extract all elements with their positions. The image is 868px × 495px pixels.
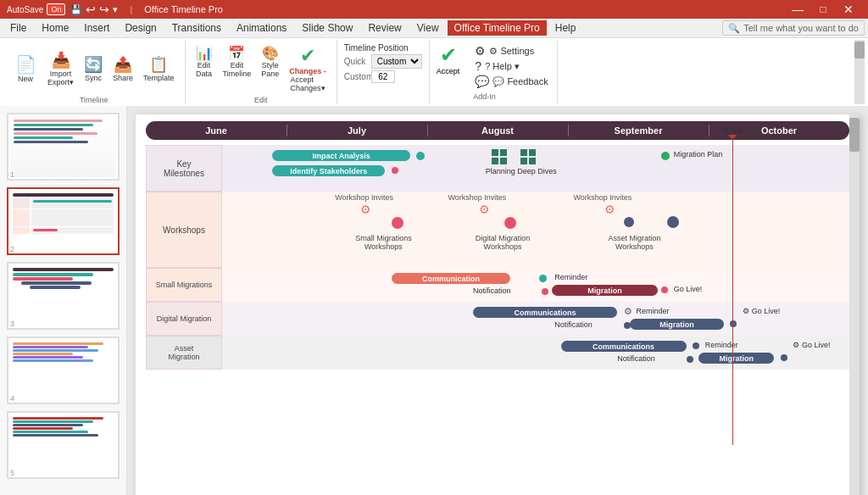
quick-select[interactable]: Custom [371,54,422,69]
search-placeholder: Tell me what you want to do [743,23,859,33]
impact-dot [416,152,425,160]
feedback-button[interactable]: 💬 💬 Feedback [473,74,549,89]
settings-button[interactable]: ⚙ ⚙ Settings [473,43,549,58]
content-area: Today June July August September October [127,106,868,495]
communications-bar-1[interactable]: Communications [473,307,617,318]
menu-file[interactable]: File [3,20,33,36]
undo-icon[interactable]: ↩ [86,3,96,16]
communications-bar-2[interactable]: Communications [561,341,687,352]
workshops-content: Workshop Invites Workshop Invites Worksh… [222,192,849,268]
row-small-migrations: Small Migrations Communication Reminder … [146,268,849,302]
small-migrations-content: Communication Reminder Notification Migr… [222,268,849,302]
slide-thumb-1[interactable] [7,113,120,181]
addin-group-label: Add-In [473,92,549,101]
share-button[interactable]: 📤 Share [109,53,136,84]
save-icon[interactable]: 💾 [70,4,82,15]
ribbon-scrollbar[interactable] [854,40,865,104]
slide-4-number: 4 [10,394,14,403]
golive-label-1: Go Live! [674,285,703,293]
asset-migration-content: Communications Reminder Notification Mig… [222,336,849,370]
customize-icon[interactable]: ▾ [113,4,118,15]
slide-thumb-5[interactable] [7,411,120,479]
notification-label-1: Notification [473,286,511,295]
today-indicator: Today [722,126,743,445]
square-group-2 [520,149,536,164]
reminder-gear-1: ⚙ [624,306,632,317]
menu-slideshow[interactable]: Slide Show [295,20,359,36]
new-button[interactable]: 📄 New [10,53,41,85]
slide-thumb-2[interactable] [7,187,120,255]
sync-button[interactable]: 🔄 Sync [81,53,106,84]
planning-deep-dives-label: Planning Deep Dives [486,167,557,175]
timeline-rows: KeyMilestones Impact Analysis [146,145,849,370]
scrollbar-thumb[interactable] [849,118,860,152]
gear-icon-2: ⚙ [479,203,490,216]
month-june: June [146,121,287,140]
workshop-invites-3: Workshop Invites [573,193,632,202]
template-button[interactable]: 📋 Template [140,53,178,84]
slide-thumb-3[interactable] [7,262,120,330]
stakeholders-dot [392,167,398,174]
month-bar: June July August September October [146,121,849,140]
month-july: July [287,121,427,140]
menu-review[interactable]: Review [361,20,408,36]
quick-access-toolbar: 💾 ↩ ↪ ▾ [70,3,118,16]
close-button[interactable]: ✕ [836,0,861,19]
menu-animations[interactable]: Animations [230,20,293,36]
slide-5-preview [10,414,116,476]
import-export-button[interactable]: 📥 ImportExport▾ [44,49,77,88]
share-icon: 📤 [114,55,132,74]
gear-icon-1: ⚙ [360,203,371,216]
ribbon: 📄 New 📥 ImportExport▾ 🔄 Sync 📤 Share 📋 T… [0,38,868,106]
timeline-position-title: Timeline Position [344,43,422,53]
reminder-label-1: Reminder [554,273,587,281]
key-milestones-content: Impact Analysis [222,145,849,192]
sync-icon: 🔄 [84,55,103,74]
menu-bar: File Home Insert Design Transitions Anim… [0,19,868,38]
workshop-invites-2: Workshop Invites [448,193,506,202]
menu-home[interactable]: Home [35,20,75,36]
accept-label: Accept [437,67,460,75]
edit-timeline-icon: 📅 [228,45,245,61]
accept-button[interactable]: ✔ Accept [430,40,467,104]
vertical-scrollbar[interactable] [849,114,860,495]
maximize-button[interactable]: □ [810,0,836,19]
search-box[interactable]: 🔍 Tell me what you want to do [722,20,865,36]
row-key-milestones: KeyMilestones Impact Analysis [146,145,849,192]
slide-thumb-4[interactable] [7,336,120,404]
menu-insert[interactable]: Insert [77,20,116,36]
identify-stakeholders-bar[interactable]: Identify Stakeholders [272,165,385,176]
search-icon: 🔍 [728,23,740,34]
impact-analysis-bar[interactable]: Impact Analysis [272,150,410,161]
custom-label: Custom [344,72,368,81]
settings-icon: ⚙ [475,44,486,58]
menu-transitions[interactable]: Transitions [165,20,228,36]
help-button[interactable]: ? ? Help ▾ [473,58,549,74]
key-milestones-label: KeyMilestones [146,145,222,192]
menu-design[interactable]: Design [118,20,163,36]
minimize-button[interactable]: — [785,0,810,19]
slide-4-preview [10,340,116,401]
migration-bar-1[interactable]: Migration [552,285,659,296]
style-pane-button[interactable]: 🎨 StylePane [258,43,282,94]
custom-value-input[interactable] [371,70,395,83]
menu-view[interactable]: View [410,20,446,36]
digital-migration-label: Digital Migration [146,302,222,336]
gear-icon-3: ⚙ [604,203,615,216]
slide-canvas[interactable]: Today June July August September October [136,114,860,495]
today-label: Today [722,126,743,135]
communication-bar[interactable]: Communication [392,273,511,284]
month-august: August [427,121,568,140]
digital-migration-workshops-label: Digital MigrationWorkshops [473,234,532,251]
feedback-icon: 💬 [475,75,489,88]
edit-timeline-button[interactable]: 📅 EditTimeline [220,43,255,94]
edit-data-button[interactable]: 📊 EditData [192,43,216,94]
menu-officetimeline[interactable]: Office Timeline Pro [448,20,547,36]
template-icon: 📋 [149,55,168,74]
style-pane-icon: 🎨 [262,45,279,61]
migration-bar-2[interactable]: Migration [630,319,724,330]
accept-changes-button[interactable]: ✔ Changes - AcceptChanges▾ [286,43,330,94]
timeline-content: Today June July August September October [136,114,860,495]
menu-help[interactable]: Help [548,20,583,36]
redo-icon[interactable]: ↪ [99,3,109,16]
